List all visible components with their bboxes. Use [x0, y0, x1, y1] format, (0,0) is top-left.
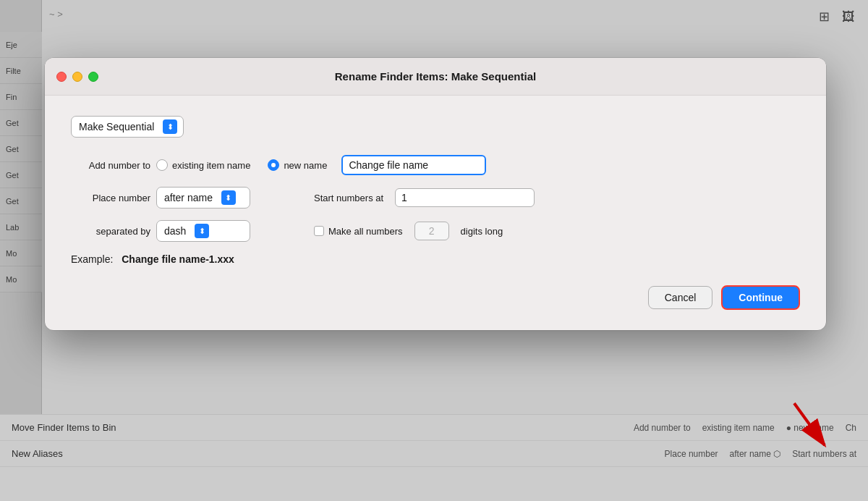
digits-input[interactable]: [414, 222, 449, 240]
add-number-label: Add number to: [71, 160, 150, 171]
new-name-input[interactable]: [341, 155, 486, 175]
radio-existing-label: existing item name: [172, 160, 250, 171]
mode-dropdown-row: Make Sequential ⬍: [71, 116, 800, 138]
separated-label: separated by: [71, 226, 150, 237]
dialog-body: Make Sequential ⬍ Add number to existing…: [45, 96, 826, 330]
example-row: Example: Change file name-1.xxx: [71, 253, 800, 265]
continue-button[interactable]: Continue: [721, 285, 800, 310]
up-down-arrows-icon: ⬍: [167, 122, 174, 132]
add-number-row: Add number to existing item name new nam…: [71, 155, 800, 175]
radio-new: new name: [268, 159, 327, 171]
close-button[interactable]: [56, 72, 67, 82]
place-dropdown[interactable]: after name ⬍: [156, 187, 250, 209]
make-all-label: Make all numbers: [328, 226, 403, 237]
dialog-titlebar: Rename Finder Items: Make Sequential: [45, 58, 826, 96]
place-dropdown-label: after name: [164, 192, 213, 203]
button-row: Cancel Continue: [71, 285, 800, 310]
separator-up-down-icon: ⬍: [199, 227, 205, 236]
make-all-checkbox[interactable]: [314, 226, 324, 236]
place-up-down-icon: ⬍: [225, 193, 231, 203]
separator-dropdown[interactable]: dash ⬍: [156, 220, 250, 242]
example-value: Change file name-1.xxx: [122, 253, 234, 265]
digits-long-label: digits long: [461, 226, 503, 237]
place-number-label: Place number: [71, 193, 150, 203]
cancel-button[interactable]: Cancel: [648, 286, 713, 309]
separator-dropdown-arrow: ⬍: [195, 224, 209, 238]
separator-dropdown-label: dash: [164, 225, 186, 237]
mode-dropdown-label: Make Sequential: [79, 121, 154, 132]
radio-existing-btn[interactable]: [156, 159, 168, 171]
place-number-row: Place number after name ⬍ Start numbers …: [71, 187, 800, 209]
place-dropdown-arrow: ⬍: [221, 190, 236, 205]
start-numbers-input[interactable]: [395, 188, 535, 207]
maximize-button[interactable]: [88, 72, 98, 82]
make-all-wrap: Make all numbers: [314, 226, 403, 237]
rename-dialog: Rename Finder Items: Make Sequential Mak…: [45, 58, 826, 330]
example-label: Example:: [71, 253, 113, 265]
radio-existing: existing item name: [156, 159, 250, 171]
mode-dropdown[interactable]: Make Sequential ⬍: [71, 116, 184, 138]
dialog-title: Rename Finder Items: Make Sequential: [335, 70, 536, 83]
minimize-button[interactable]: [72, 72, 82, 82]
radio-new-label: new name: [284, 160, 327, 171]
radio-new-btn[interactable]: [268, 159, 279, 171]
start-numbers-label: Start numbers at: [314, 193, 383, 203]
traffic-lights: [56, 72, 98, 82]
separated-by-row: separated by dash ⬍ Make all numbers dig…: [71, 220, 800, 242]
mode-dropdown-arrow: ⬍: [163, 119, 177, 134]
